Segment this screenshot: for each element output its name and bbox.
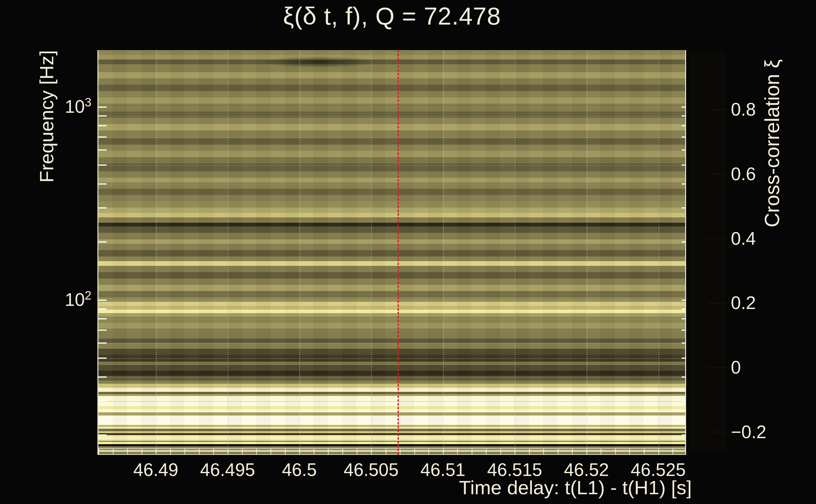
y-gridline [98,330,686,331]
y-gridline [98,242,686,243]
y-minor-tick-left [98,300,106,301]
colorbar-tick-label: 0 [731,357,800,378]
y-minor-tick-left [98,164,106,166]
x-gridline [514,50,515,455]
colorbar-tick [708,174,726,175]
x-tick-label: 46.495 [190,459,266,480]
y-minor-tick-left [98,329,106,331]
y-minor-tick-left [98,241,106,243]
y-minor-tick-left [98,342,106,344]
heatmap [98,50,686,455]
y-gridline [98,358,686,359]
tile-grid-line [98,448,686,449]
y-gridline [98,126,686,127]
colorbar-tick [708,109,726,110]
y-gridline [98,435,686,436]
y-gridline [98,116,686,117]
y-tick-label: 102 [41,289,91,310]
colorbar-tick-label: 0.2 [731,292,800,313]
x-gridline [299,50,300,455]
y-gridline [98,300,686,301]
colorbar-tick-label: −0.2 [731,421,800,442]
y-gridline [98,150,686,151]
figure: ξ(δ t, f), Q = 72.478 Frequency [Hz] 103… [0,0,816,504]
y-minor-tick-left [98,318,106,319]
x-gridline [371,50,372,455]
x-gridline [443,50,444,455]
tile-grid [98,448,686,455]
y-minor-tick-left [98,308,106,310]
dark-smudge-overlay [262,56,376,68]
y-gridline [98,107,686,108]
right-spine [685,50,686,455]
colorbar-tick [708,238,726,239]
y-gridline [98,343,686,344]
y-minor-tick-left [98,400,106,402]
y-gridline [98,309,686,310]
y-gridline [98,165,686,166]
y-minor-tick-left [98,376,106,378]
tile-texture-overlay [98,50,686,455]
y-minor-tick-left [98,115,106,117]
y-gridline [98,137,686,138]
colorbar-tick [708,303,726,304]
colorbar [689,50,726,450]
x-axis-label: Time delay: t(L1) - t(H1) [s] [378,476,692,499]
colorbar-label: Cross-correlation ξ [761,17,784,269]
y-minor-tick-left [98,434,106,436]
y-gridline [98,319,686,320]
left-spine [97,50,98,455]
x-gridline [658,50,659,455]
y-minor-tick-left [98,106,106,108]
time-marker-line [398,50,399,455]
y-minor-tick-left [98,358,106,359]
y-gridline [98,377,686,378]
x-tick-label: 46.49 [118,459,193,480]
y-minor-tick-left [98,183,106,185]
figure-title: ξ(δ t, f), Q = 72.478 [98,2,686,31]
x-tick-label: 46.5 [262,459,337,480]
colorbar-tick [708,432,726,432]
y-gridline [98,401,686,402]
tile-grid-line [98,451,686,452]
y-gridline [98,184,686,185]
y-tick-label: 103 [41,96,91,117]
x-gridline [228,50,229,455]
y-minor-tick-left [98,149,106,151]
x-gridline [156,50,157,455]
y-minor-tick-left [98,207,106,209]
y-gridline [98,208,686,209]
y-minor-tick-left [98,136,106,138]
x-gridline [586,50,587,455]
colorbar-tick [708,367,726,368]
y-minor-tick-left [98,125,106,126]
tile-grid-line [98,454,686,455]
